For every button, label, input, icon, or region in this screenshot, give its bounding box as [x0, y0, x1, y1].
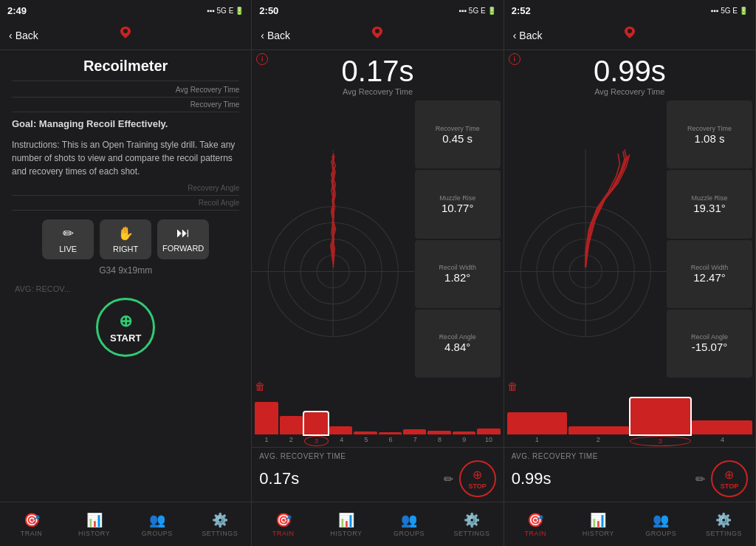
bar-item[interactable] — [304, 412, 327, 434]
panel1-main: Recoilmeter Avg Recovery Time Recovery T… — [0, 50, 251, 502]
bar-number[interactable]: 6 — [379, 436, 402, 446]
live-button[interactable]: ✏ LIVE — [42, 219, 94, 259]
bar-item[interactable] — [568, 426, 629, 434]
history-icon-1: 📊 — [86, 512, 103, 528]
history-icon-3: 📊 — [590, 512, 606, 528]
status-time-1: 2:49 — [7, 5, 27, 16]
delete-icon-3[interactable]: 🗑 — [507, 381, 752, 392]
bottom-section-3: AVG. RECOVERY TIME 0.99s ✏ ⊕ STOP — [504, 447, 755, 502]
tab-history-3[interactable]: 📊 HISTORY — [567, 502, 630, 546]
train-label-2: TRAIN — [272, 530, 295, 537]
status-icons-3: ▪▪▪ 5G E 🔋 — [711, 7, 748, 15]
recoil-chart-svg-3 — [504, 98, 667, 381]
history-label-3: HISTORY — [583, 530, 614, 537]
tab-train-3[interactable]: 🎯 TRAIN — [504, 502, 567, 546]
stat-card-angle-2: Recoil Angle 4.84° — [415, 310, 501, 378]
recovery-time-label-1: Recovery Time — [12, 100, 239, 109]
gun-label: G34 9x19mm — [12, 265, 239, 276]
stop-button-3[interactable]: ⊕ STOP — [711, 460, 748, 497]
logo-icon-1 — [115, 24, 136, 44]
tab-settings-2[interactable]: ⚙️ SETTINGS — [441, 502, 504, 546]
bar-number[interactable]: 1 — [507, 436, 567, 446]
bar-number[interactable]: 2 — [280, 436, 303, 446]
bar-item[interactable] — [379, 432, 402, 434]
bar-number[interactable]: 7 — [404, 436, 427, 446]
tab-groups-3[interactable]: 👥 GROUPS — [630, 502, 693, 546]
bar-number[interactable]: 3 — [304, 436, 329, 446]
stat-value-angle-3: -15.07° — [673, 341, 746, 353]
stat-value-recovery-3: 1.08 s — [673, 132, 746, 145]
bar-chart-2 — [255, 394, 500, 434]
svg-point-0 — [123, 29, 128, 33]
instructions-text: Instructions: This is an Open Training s… — [12, 138, 239, 178]
bar-item[interactable] — [280, 416, 303, 434]
back-label-2: Back — [267, 30, 290, 41]
back-button-3[interactable]: ‹ Back — [513, 30, 543, 41]
bar-item[interactable] — [329, 426, 352, 434]
info-icon-3[interactable]: i — [509, 53, 520, 65]
tab-groups-2[interactable]: 👥 GROUPS — [377, 502, 440, 546]
crosshair-icon: ⊕ — [119, 312, 132, 331]
bar-item[interactable] — [255, 402, 278, 434]
start-label: START — [110, 332, 141, 344]
tab-settings-3[interactable]: ⚙️ SETTINGS — [693, 502, 755, 546]
stat-value-muzzle-2: 10.77° — [421, 202, 495, 214]
bar-number[interactable]: 1 — [255, 436, 278, 446]
forward-button[interactable]: ⏭ FORWARD — [157, 219, 209, 259]
status-time-3: 2:52 — [512, 5, 531, 16]
stop-label-2: STOP — [468, 482, 486, 490]
status-bar-2: 2:50 ▪▪▪ 5G E 🔋 — [252, 0, 503, 21]
divider-1 — [12, 81, 239, 81]
tab-history-1[interactable]: 📊 HISTORY — [63, 502, 126, 546]
live-icon: ✏ — [63, 225, 74, 242]
bar-item[interactable] — [692, 420, 752, 434]
nav-bar-3: ‹ Back — [504, 21, 755, 50]
big-time-label-3: Avg Recovery Time — [504, 87, 755, 96]
stat-card-width-2: Recoil Width 1.82° — [415, 240, 501, 308]
big-time-value-3: 0.99s — [504, 56, 755, 86]
back-chevron-2: ‹ — [261, 30, 264, 41]
back-button-1[interactable]: ‹ Back — [9, 30, 38, 41]
edit-button-3[interactable]: ✏ — [695, 472, 705, 486]
goal-text: Goal: Managing Recoil Effectively. — [12, 118, 239, 129]
bar-number[interactable]: 10 — [477, 436, 500, 446]
tab-train-2[interactable]: 🎯 TRAIN — [252, 502, 315, 546]
bar-chart-section-3: 🗑 1234 — [504, 381, 755, 447]
bar-number[interactable]: 8 — [428, 436, 451, 446]
right-button[interactable]: ✋ RIGHT — [100, 219, 151, 259]
settings-label-3: SETTINGS — [706, 530, 742, 537]
history-label-2: HISTORY — [330, 530, 362, 537]
nav-bar-2: ‹ Back — [252, 21, 503, 50]
bar-item[interactable] — [354, 431, 377, 434]
stop-button-2[interactable]: ⊕ STOP — [459, 460, 496, 497]
bar-number[interactable]: 5 — [354, 436, 377, 446]
phone-panel-2: 2:50 ▪▪▪ 5G E 🔋 ‹ Back i 0.17s Avg Recov… — [252, 0, 504, 546]
tab-settings-1[interactable]: ⚙️ SETTINGS — [188, 502, 251, 546]
bar-item[interactable] — [477, 429, 500, 434]
bar-number[interactable]: 2 — [568, 436, 628, 446]
nav-bar-1: ‹ Back — [0, 21, 251, 50]
stats-sidebar-3: Recovery Time 1.08 s Muzzle Rise 19.31° … — [667, 98, 755, 381]
logo-icon-2 — [367, 24, 388, 44]
edit-button-2[interactable]: ✏ — [444, 472, 453, 486]
bar-number[interactable]: 4 — [330, 436, 353, 446]
bar-item[interactable] — [453, 431, 475, 434]
tab-groups-1[interactable]: 👥 GROUPS — [126, 502, 188, 546]
bar-item[interactable] — [507, 412, 568, 434]
back-chevron-3: ‹ — [513, 30, 517, 41]
bar-item[interactable] — [427, 431, 450, 435]
bar-number[interactable]: 4 — [693, 436, 752, 446]
tab-train-1[interactable]: 🎯 TRAIN — [0, 502, 63, 546]
start-button[interactable]: ⊕ START — [96, 298, 155, 357]
avg-label-3: AVG. RECOVERY TIME — [512, 452, 748, 460]
recoil-chart-area-2: Recovery Time 0.45 s Muzzle Rise 10.77° … — [252, 98, 503, 381]
status-bar-1: 2:49 ▪▪▪ 5G E 🔋 — [0, 0, 251, 21]
delete-icon-2[interactable]: 🗑 — [255, 381, 500, 392]
back-button-2[interactable]: ‹ Back — [261, 30, 290, 41]
bar-item[interactable] — [403, 429, 426, 434]
stat-value-muzzle-3: 19.31° — [673, 202, 746, 214]
tab-history-2[interactable]: 📊 HISTORY — [315, 502, 377, 546]
bar-item[interactable] — [630, 398, 691, 435]
bar-number[interactable]: 3 — [630, 436, 691, 446]
bar-number[interactable]: 9 — [453, 436, 475, 446]
